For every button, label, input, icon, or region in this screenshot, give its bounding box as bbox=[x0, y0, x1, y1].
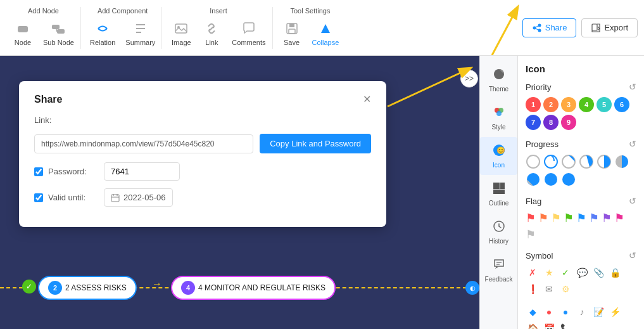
symbol-reset-button[interactable]: ↺ bbox=[629, 250, 636, 261]
symbol-calendar[interactable]: 📅 bbox=[542, 321, 556, 329]
symbol-chat[interactable]: 💬 bbox=[575, 266, 589, 280]
symbol-note[interactable]: 📝 bbox=[591, 305, 605, 319]
priority-2[interactable]: 2 bbox=[543, 97, 559, 112]
priority-7[interactable]: 7 bbox=[526, 115, 541, 130]
share-button[interactable]: Share bbox=[522, 18, 577, 37]
flag-gray[interactable]: ⚑ bbox=[526, 228, 536, 242]
symbol-grid-row2: ◆ ● ● ♪ 📝 ⚡ 🏠 📅 📞 bbox=[526, 305, 636, 329]
progress-5[interactable] bbox=[614, 154, 629, 169]
priority-9[interactable]: 9 bbox=[561, 115, 576, 130]
symbol-label: Symbol bbox=[526, 251, 553, 261]
password-checkbox[interactable] bbox=[34, 167, 43, 176]
svg-rect-0 bbox=[18, 26, 28, 32]
theme-icon bbox=[492, 67, 506, 84]
progress-1[interactable] bbox=[543, 154, 559, 169]
link-button[interactable]: Link bbox=[198, 17, 225, 49]
sidebar-item-style[interactable]: Style bbox=[480, 99, 517, 137]
priority-5[interactable]: 5 bbox=[597, 97, 612, 112]
flag-grid: ⚑ ⚑ ⚑ ⚑ ⚑ ⚑ ⚑ ⚑ ⚑ bbox=[526, 211, 636, 242]
priority-8[interactable]: 8 bbox=[543, 115, 559, 130]
flag-reset-button[interactable]: ↺ bbox=[629, 196, 636, 206]
svg-rect-34 bbox=[493, 190, 505, 194]
progress-6[interactable] bbox=[526, 172, 541, 187]
link-icon bbox=[203, 20, 220, 37]
progress-reset-button[interactable]: ↺ bbox=[629, 139, 636, 149]
insert-label: Insert bbox=[210, 7, 227, 15]
symbol-home[interactable]: 🏠 bbox=[526, 321, 540, 329]
symbol-music[interactable]: ♪ bbox=[575, 305, 589, 319]
flag-yellow[interactable]: ⚑ bbox=[551, 211, 561, 225]
image-button[interactable]: Image bbox=[167, 17, 195, 49]
flag-pink[interactable]: ⚑ bbox=[614, 211, 624, 225]
symbol-gear[interactable]: ⚙ bbox=[559, 282, 572, 296]
panel-icon-content: Icon Priority ↺ 1 2 3 4 5 6 7 8 9 Progre… bbox=[518, 56, 644, 329]
copy-link-button[interactable]: Copy Link and Password bbox=[260, 134, 371, 153]
progress-7[interactable] bbox=[543, 172, 559, 187]
add-node-group: Add Node Node Sub Node bbox=[6, 7, 81, 49]
modal-close-button[interactable]: ✕ bbox=[363, 94, 371, 105]
flag-red[interactable]: ⚑ bbox=[526, 211, 536, 225]
symbol-clip[interactable]: 📎 bbox=[591, 266, 605, 280]
priority-reset-button[interactable]: ↺ bbox=[629, 82, 636, 92]
password-input[interactable] bbox=[104, 162, 180, 181]
sub-node-label: Sub Node bbox=[43, 39, 74, 46]
save-button[interactable]: Save bbox=[278, 17, 306, 49]
sidebar-item-feedback[interactable]: Feedback bbox=[480, 251, 517, 289]
valid-until-label: Valid until: bbox=[48, 193, 99, 202]
flag-purple[interactable]: ⚑ bbox=[602, 211, 612, 225]
symbol-x[interactable]: ✗ bbox=[526, 266, 540, 280]
symbol-phone[interactable]: 📞 bbox=[559, 321, 572, 329]
symbol-mail[interactable]: ✉ bbox=[542, 282, 556, 296]
progress-0[interactable] bbox=[526, 154, 541, 169]
progress-8[interactable] bbox=[561, 172, 576, 187]
priority-3[interactable]: 3 bbox=[561, 97, 576, 112]
sidebar-item-history[interactable]: History bbox=[480, 213, 517, 251]
svg-point-16 bbox=[538, 29, 541, 32]
flag-indigo[interactable]: ⚑ bbox=[589, 211, 599, 225]
symbol-diamond[interactable]: ◆ bbox=[526, 305, 540, 319]
flag-orange[interactable]: ⚑ bbox=[538, 211, 548, 225]
summary-button[interactable]: Summary bbox=[122, 17, 159, 49]
export-button[interactable]: Export bbox=[581, 18, 638, 37]
svg-line-18 bbox=[536, 29, 538, 30]
relation-button[interactable]: Relation bbox=[86, 17, 119, 49]
monitor-node[interactable]: 4 4 MONITOR AND REGULATE RISKS bbox=[171, 276, 336, 300]
priority-1[interactable]: 1 bbox=[526, 97, 541, 112]
collapse-button[interactable]: Collapse bbox=[308, 17, 343, 49]
symbol-check[interactable]: ✓ bbox=[559, 266, 572, 280]
symbol-lightning[interactable]: ⚡ bbox=[608, 305, 622, 319]
symbol-circle-blue[interactable]: ● bbox=[559, 305, 572, 319]
sidebar-item-theme[interactable]: Theme bbox=[480, 61, 517, 99]
progress-3[interactable] bbox=[579, 154, 594, 169]
flag-green[interactable]: ⚑ bbox=[564, 211, 574, 225]
link-input[interactable] bbox=[34, 134, 253, 153]
flag-blue[interactable]: ⚑ bbox=[576, 211, 586, 225]
assess-node[interactable]: 2 2 ASSESS RISKS bbox=[38, 276, 137, 300]
comments-label: Comments bbox=[232, 39, 265, 46]
priority-6[interactable]: 6 bbox=[614, 97, 629, 112]
tool-settings-label: Tool Settings bbox=[290, 7, 330, 15]
symbol-exclaim[interactable]: ❗ bbox=[526, 282, 540, 296]
svg-rect-2 bbox=[57, 29, 65, 34]
symbol-lock[interactable]: 🔒 bbox=[608, 266, 622, 280]
node-button[interactable]: Node bbox=[9, 17, 37, 49]
sidebar-item-outline[interactable]: Outline bbox=[480, 175, 517, 213]
collapse-icon bbox=[317, 20, 334, 37]
symbol-circle-red[interactable]: ● bbox=[542, 305, 556, 319]
link-label: Link bbox=[205, 39, 218, 46]
export-icon bbox=[591, 23, 601, 33]
symbol-star[interactable]: ★ bbox=[542, 266, 556, 280]
sidebar-item-icon[interactable]: 😊 Icon bbox=[480, 137, 517, 175]
sub-node-button[interactable]: Sub Node bbox=[39, 17, 78, 49]
date-input[interactable]: 2022-05-06 bbox=[104, 188, 173, 207]
share-label: Share bbox=[545, 23, 567, 32]
comments-button[interactable]: Comments bbox=[228, 17, 269, 49]
priority-4[interactable]: 4 bbox=[579, 97, 594, 112]
svg-rect-19 bbox=[592, 24, 597, 30]
link-input-row: Copy Link and Password bbox=[34, 134, 371, 153]
summary-label: Summary bbox=[125, 39, 155, 46]
valid-until-checkbox[interactable] bbox=[34, 193, 43, 202]
progress-4[interactable] bbox=[597, 154, 612, 169]
panel-toggle-button[interactable]: >> bbox=[460, 70, 478, 87]
progress-2[interactable] bbox=[561, 154, 576, 169]
